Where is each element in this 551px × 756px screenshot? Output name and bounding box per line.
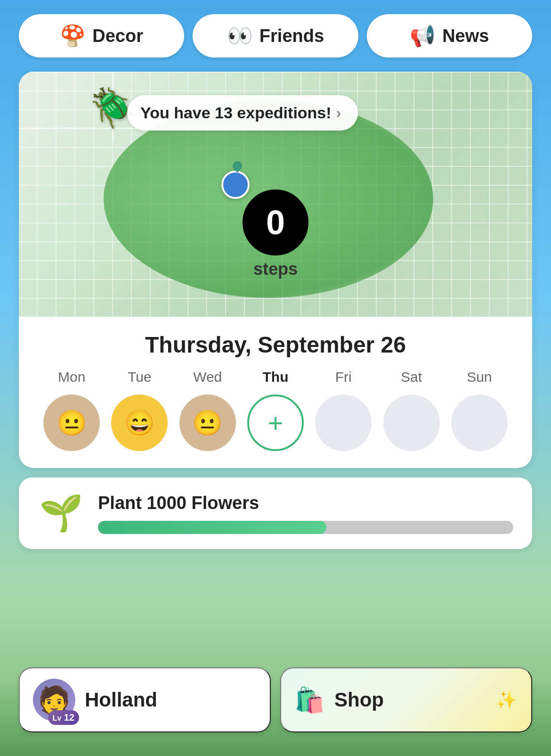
friends-icon: 👀 (227, 24, 253, 48)
progress-bar-fill (98, 521, 326, 534)
day-circle-thu[interactable]: + (247, 394, 304, 451)
day-sat: Sat (381, 369, 442, 385)
decor-label: Decor (92, 26, 143, 46)
shop-button[interactable]: 🛍️ Shop ✨ (280, 667, 532, 732)
progress-character: 🌱 (38, 493, 85, 534)
level-number: 12 (64, 712, 74, 723)
day-sun: Sun (449, 369, 510, 385)
progress-title: Plant 1000 Flowers (98, 493, 513, 513)
player-name: Holland (85, 689, 157, 711)
mon-face: 😐 (57, 409, 87, 437)
day-fri: Fri (313, 369, 374, 385)
expedition-arrow-icon: › (336, 104, 341, 122)
level-badge: Lv 12 (48, 710, 79, 725)
friends-label: Friends (259, 26, 324, 46)
day-circle-fri (315, 394, 372, 451)
tue-face: 😄 (124, 409, 155, 437)
news-button[interactable]: 📢 News (367, 14, 532, 58)
day-circle-sun (451, 394, 508, 451)
progress-card[interactable]: 🌱 Plant 1000 Flowers (19, 477, 532, 549)
day-thu: Thu (245, 369, 306, 385)
thu-plus: + (268, 408, 284, 438)
news-icon: 📢 (410, 24, 436, 48)
day-circles: 😐 😄 😐 + (38, 394, 513, 451)
steps-label: steps (253, 259, 298, 279)
bottom-bar: 🧑 Lv 12 Holland 🛍️ Shop ✨ (19, 667, 532, 732)
profile-button[interactable]: 🧑 Lv 12 Holland (19, 667, 271, 732)
expedition-text: You have 13 expeditions! (140, 104, 332, 122)
decor-button[interactable]: 🍄 Decor (19, 14, 184, 58)
steps-container: 0 steps (243, 189, 308, 279)
top-navigation: 🍄 Decor 👀 Friends 📢 News (0, 0, 551, 67)
day-tue: Tue (109, 369, 170, 385)
day-mon: Mon (41, 369, 102, 385)
week-days: Mon Tue Wed Thu Fri Sat Sun (38, 369, 513, 385)
calendar-section: Thursday, September 26 Mon Tue Wed Thu F… (19, 317, 532, 468)
day-wed: Wed (177, 369, 238, 385)
sparkle-icon: ✨ (496, 690, 517, 710)
day-circle-mon[interactable]: 😐 (43, 394, 100, 451)
wed-face: 😐 (192, 409, 223, 437)
map-area[interactable]: 🪲 You have 13 expeditions! › 0 steps (19, 72, 532, 317)
shop-icon: 🛍️ (294, 686, 325, 715)
day-circle-sat (383, 394, 440, 451)
calendar-date: Thursday, September 26 (38, 332, 513, 358)
avatar-container: 🧑 Lv 12 (33, 679, 75, 721)
news-label: News (442, 26, 489, 46)
main-card: 🪲 You have 13 expeditions! › 0 steps Thu… (19, 72, 532, 468)
steps-count: 0 (243, 189, 308, 255)
day-circle-wed[interactable]: 😐 (179, 394, 236, 451)
friends-button[interactable]: 👀 Friends (193, 14, 358, 58)
progress-bar-bg (98, 521, 513, 534)
progress-content: Plant 1000 Flowers (98, 493, 513, 534)
expedition-banner[interactable]: You have 13 expeditions! › (127, 95, 358, 131)
shop-label: Shop (334, 689, 384, 711)
day-circle-tue[interactable]: 😄 (111, 394, 168, 451)
decor-icon: 🍄 (60, 24, 86, 48)
